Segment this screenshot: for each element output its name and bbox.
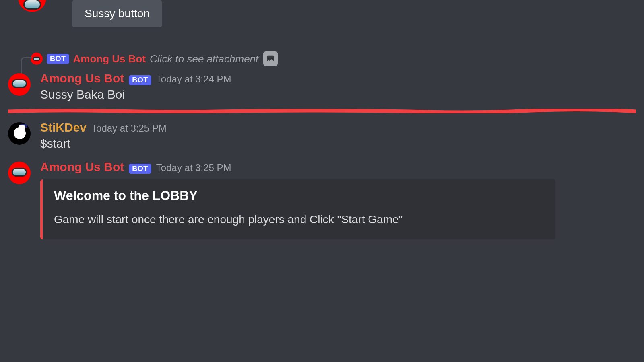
message-text: $start <box>40 137 636 150</box>
image-attachment-icon <box>263 51 278 66</box>
avatar[interactable] <box>8 162 31 184</box>
reply-text-label: Click to see attachment <box>150 53 258 65</box>
reply-preview[interactable]: BOT Among Us Bot Click to see attachment <box>31 51 636 66</box>
amongus-visor-icon <box>12 168 27 177</box>
message-partial-top: Sussy button <box>8 0 636 27</box>
embed-description: Game will start once there are enough pl… <box>54 212 544 227</box>
amongus-visor-icon <box>33 57 40 61</box>
avatar[interactable] <box>8 73 31 96</box>
embed-title-prefix: Welcome to the <box>54 188 153 203</box>
reply-text[interactable]: Click to see attachment <box>150 51 278 66</box>
message-row: StiKDev Today at 3:25 PM $start <box>8 120 636 151</box>
bot-badge: BOT <box>129 164 151 174</box>
bot-badge: BOT <box>47 54 69 64</box>
embed-title-bold: LOBBY <box>153 188 198 203</box>
amongus-visor-icon <box>23 0 41 10</box>
reply-avatar <box>31 53 43 65</box>
bot-badge: BOT <box>129 75 151 85</box>
message-text: Sussy Baka Boi <box>40 88 636 101</box>
new-messages-divider <box>8 109 636 112</box>
message-row: Among Us Bot BOT Today at 3:25 PM Welcom… <box>8 159 636 240</box>
embed-title: Welcome to the LOBBY <box>54 188 544 203</box>
reply-spine-icon <box>21 57 32 75</box>
timestamp: Today at 3:24 PM <box>156 74 231 85</box>
amongus-visor-icon <box>12 79 27 88</box>
author-name[interactable]: Among Us Bot <box>40 72 124 85</box>
reply-author[interactable]: Among Us Bot <box>73 53 146 65</box>
message-row: Among Us Bot BOT Today at 3:24 PM Sussy … <box>8 71 636 102</box>
embed-card: Welcome to the LOBBY Game will start onc… <box>40 179 555 239</box>
avatar[interactable] <box>18 0 46 12</box>
author-name[interactable]: Among Us Bot <box>40 160 124 174</box>
author-name[interactable]: StiKDev <box>40 121 87 134</box>
timestamp: Today at 3:25 PM <box>91 123 167 134</box>
sussy-button[interactable]: Sussy button <box>72 0 162 27</box>
timestamp: Today at 3:25 PM <box>156 162 231 173</box>
bird-icon <box>10 125 28 142</box>
avatar[interactable] <box>8 122 31 145</box>
